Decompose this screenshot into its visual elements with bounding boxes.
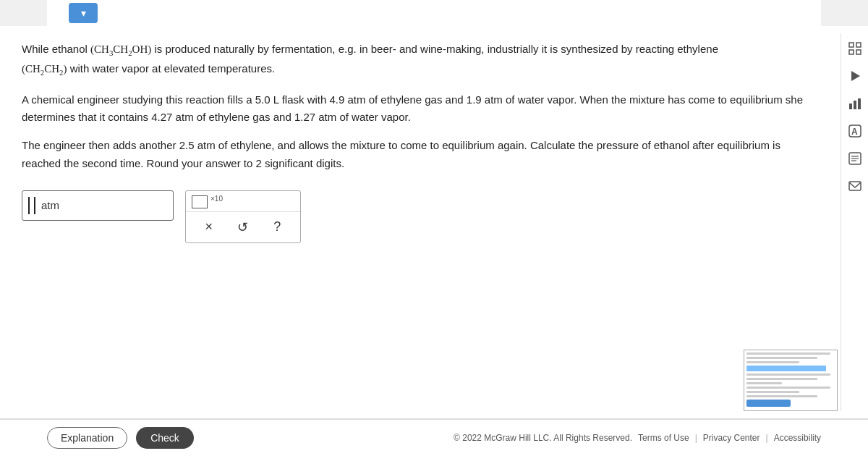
explanation-button[interactable]: Explanation xyxy=(47,427,127,449)
svg-rect-14 xyxy=(849,182,861,190)
svg-rect-0 xyxy=(849,43,854,47)
math-box-icon xyxy=(192,195,208,208)
copyright-text: © 2022 McGraw Hill LLC. All Rights Reser… xyxy=(454,433,632,443)
svg-rect-5 xyxy=(849,104,852,109)
ethylene-formula: (CH2CH2) xyxy=(22,63,67,75)
toolbar-accessibility-icon[interactable]: A xyxy=(846,122,864,140)
math-panel: ×10 × ↺ ? xyxy=(185,190,301,243)
problem-text-span: A chemical engineer studying this reacti… xyxy=(22,93,803,124)
thumb-line-3 xyxy=(746,361,799,363)
toolbar-chart-icon[interactable] xyxy=(846,94,864,113)
thumbnail-preview[interactable] xyxy=(744,350,838,411)
math-close-button[interactable]: × xyxy=(198,216,220,238)
thumb-line-1 xyxy=(746,352,830,355)
math-undo-button[interactable]: ↺ xyxy=(232,216,254,238)
math-panel-buttons: × ↺ ? xyxy=(186,212,300,242)
footer-left: Explanation Check xyxy=(47,427,194,449)
unit-label: atm xyxy=(41,199,59,211)
separator-2: | xyxy=(766,433,768,443)
thumb-line-4 xyxy=(746,373,830,376)
footer-right: © 2022 McGraw Hill LLC. All Rights Reser… xyxy=(454,433,821,443)
chevron-down-icon: ▾ xyxy=(81,7,86,19)
svg-marker-4 xyxy=(851,71,860,81)
input-cursor-icon xyxy=(28,197,35,214)
svg-rect-6 xyxy=(854,101,856,109)
thumb-line-7 xyxy=(746,387,830,389)
accessibility-link[interactable]: Accessibility xyxy=(774,433,821,443)
svg-text:A: A xyxy=(851,127,858,137)
svg-rect-7 xyxy=(858,98,861,109)
problem-paragraph: A chemical engineer studying this reacti… xyxy=(22,91,819,127)
toolbar-grid-icon[interactable] xyxy=(846,39,864,58)
undo-symbol: ↺ xyxy=(237,219,248,235)
svg-rect-1 xyxy=(856,43,861,47)
math-panel-top: ×10 xyxy=(186,191,300,212)
close-symbol: × xyxy=(205,219,213,235)
toolbar-list-icon[interactable] xyxy=(846,149,864,168)
svg-rect-3 xyxy=(856,50,861,54)
thumb-blue-bar xyxy=(746,400,791,407)
privacy-link[interactable]: Privacy Center xyxy=(703,433,760,443)
check-button[interactable]: Check xyxy=(136,427,194,449)
svg-rect-2 xyxy=(849,50,854,54)
thumb-line-9 xyxy=(746,395,817,397)
answer-input-wrapper[interactable]: atm xyxy=(22,190,174,221)
answer-row: atm ×10 × ↺ xyxy=(22,190,819,243)
thumb-line-8 xyxy=(746,391,799,393)
toolbar-mail-icon[interactable] xyxy=(846,177,864,195)
separator-1: | xyxy=(695,433,697,443)
thumb-line-6 xyxy=(746,382,782,384)
intro-paragraph: While ethanol (CH3CH2OH) is produced nat… xyxy=(22,41,819,80)
terms-link[interactable]: Terms of Use xyxy=(638,433,689,443)
toolbar-play-icon[interactable] xyxy=(846,67,864,85)
thumb-highlight xyxy=(746,366,826,371)
thumb-line-5 xyxy=(746,378,817,380)
ethanol-formula: (CH3CH2OH) xyxy=(90,43,151,55)
question-text-span: The engineer then adds another 2.5 atm o… xyxy=(22,139,780,169)
intro-post-text: is produced naturally by fermentation, e… xyxy=(151,43,718,55)
math-help-button[interactable]: ? xyxy=(266,216,288,238)
intro-pre-text: While ethanol xyxy=(22,43,90,55)
footer: Explanation Check © 2022 McGraw Hill LLC… xyxy=(0,418,868,456)
help-symbol: ? xyxy=(273,219,281,235)
intro-line2: with water vapor at elevated temperature… xyxy=(67,62,276,75)
x10-label: ×10 xyxy=(210,195,223,203)
dropdown-button[interactable]: ▾ xyxy=(69,3,98,23)
question-paragraph: The engineer then adds another 2.5 atm o… xyxy=(22,137,819,173)
thumb-line-2 xyxy=(746,357,817,359)
right-toolbar: A xyxy=(841,33,868,411)
